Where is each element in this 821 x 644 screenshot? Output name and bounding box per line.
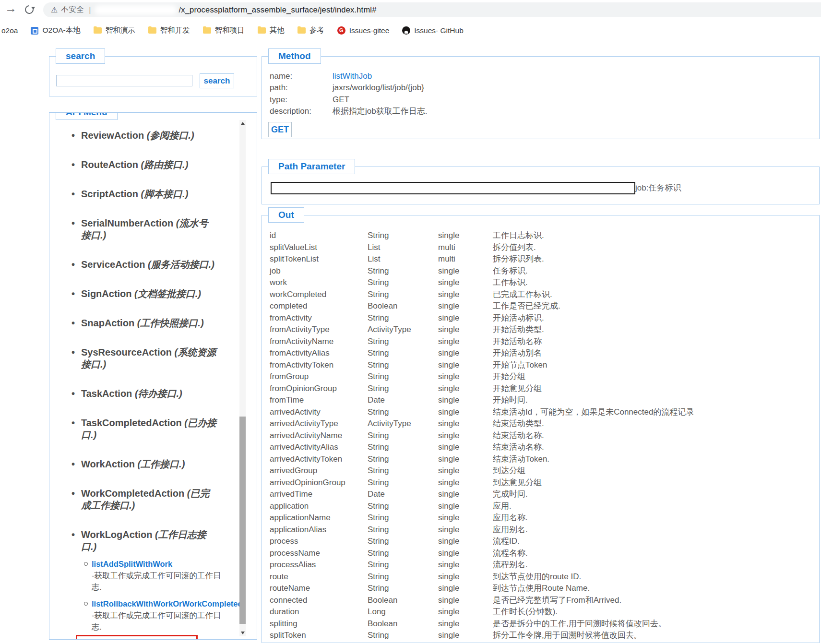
api-menu-item-name[interactable]: WorkLogAction — [81, 529, 153, 540]
field-cardinality: single — [438, 289, 493, 301]
field-description: 流程名称. — [493, 548, 812, 560]
field-description: 结束活动类型. — [493, 418, 812, 430]
reload-icon[interactable] — [23, 3, 35, 15]
api-menu-item-name[interactable]: SysResourceAction — [81, 347, 172, 358]
api-menu-item-name[interactable]: WorkCompletedAction — [81, 488, 184, 499]
api-method-link-listWithJob[interactable]: listWithJob — [92, 639, 134, 640]
field-cardinality: single — [438, 394, 493, 406]
field-name: fromTime — [270, 394, 368, 406]
bookmark-item[interactable]: o2oa — [1, 26, 18, 35]
field-name: process — [270, 536, 368, 548]
field-description: 结束活动Token. — [493, 453, 812, 465]
url-bar[interactable]: ⚠ 不安全 | /x_processplatform_assemble_surf… — [43, 2, 821, 17]
out-row-duration: durationLongsingle工作时长(分钟数). — [270, 606, 812, 618]
api-menu-item-name[interactable]: WorkAction — [81, 459, 135, 469]
api-menu-item-ReviewAction[interactable]: ReviewAction (参阅接口.) — [71, 130, 216, 142]
field-type: String — [368, 571, 438, 583]
api-method-desc: -获取工作或完成工作可回滚的工作日志. — [92, 570, 231, 593]
bookmark-item[interactable]: 其他 — [258, 25, 285, 36]
api-menu-item-name[interactable]: ScriptAction — [81, 189, 138, 199]
menu-scrollbar[interactable] — [239, 120, 246, 636]
out-row-arrivedActivityAlias: arrivedActivityAliasStringsingle结束活动名称. — [270, 441, 812, 453]
method-field-label: name: — [270, 71, 333, 82]
field-cardinality: multi — [438, 242, 493, 254]
api-menu-item-ServiceAction[interactable]: ServiceAction (服务活动接口.) — [71, 259, 216, 271]
scrollbar-up-icon[interactable] — [239, 120, 246, 127]
method-fields: name:listWithJobpath:jaxrs/worklog/list/… — [270, 71, 427, 118]
bookmark-item[interactable]: 智和演示 — [94, 25, 135, 36]
out-row-fromActivity: fromActivityStringsingle开始活动标识. — [270, 312, 812, 324]
field-type: String — [368, 559, 438, 571]
out-row-fromTime: fromTimeDatesingle开始时间. — [270, 394, 812, 406]
api-method-desc: -获取工作或完成工作可回滚的工作日志. — [92, 609, 231, 632]
field-name: workCompleted — [270, 289, 368, 301]
out-row-id: idStringsingle工作日志标识. — [270, 230, 812, 242]
method-field-row: type:GET — [270, 94, 427, 106]
api-menu-item-name[interactable]: ReviewAction — [81, 130, 144, 141]
api-menu-item-WorkCompletedAction[interactable]: WorkCompletedAction (已完成工作接口.) — [71, 488, 216, 512]
out-row-applicationName: applicationNameStringsingle应用名称. — [270, 512, 812, 524]
field-cardinality: single — [438, 371, 493, 383]
out-row-splitToken: splitTokenStringsingle拆分工作令牌,用于回溯时候将值改回去… — [270, 630, 812, 642]
api-menu-item-SerialNumberAction[interactable]: SerialNumberAction (流水号接口.) — [71, 217, 216, 241]
field-name: splitTokenList — [270, 253, 368, 265]
method-field-value: 根据指定job获取工作日志. — [333, 106, 427, 117]
api-menu-item-desc: (工作接口.) — [135, 459, 185, 469]
forward-icon[interactable]: → — [5, 1, 17, 15]
out-row-fromActivityAlias: fromActivityAliasStringsingle开始活动别名 — [270, 347, 812, 359]
api-menu-item-name[interactable]: SignAction — [81, 288, 132, 299]
field-name: processName — [270, 548, 368, 560]
method-field-value[interactable]: listWithJob — [333, 71, 372, 82]
field-description: 结束活动Id，可能为空，如果是未Connected的流程记录 — [493, 406, 812, 418]
bookmark-item[interactable]: 智和项目 — [203, 25, 245, 36]
field-type: String — [368, 383, 438, 395]
out-row-arrivedActivity: arrivedActivityStringsingle结束活动Id，可能为空，如… — [270, 406, 812, 418]
get-request-button[interactable]: GET — [268, 122, 292, 137]
api-menu-item-SysResourceAction[interactable]: SysResourceAction (系统资源接口.) — [71, 346, 216, 370]
api-menu-panel: API Menu ReviewAction (参阅接口.)RouteAction… — [49, 112, 257, 640]
not-secure-warning-icon[interactable]: ⚠ — [51, 6, 58, 14]
api-menu-item-SignAction[interactable]: SignAction (文档签批接口.) — [71, 288, 216, 300]
bookmark-item[interactable]: 参考 — [297, 25, 324, 36]
api-menu-item-ScriptAction[interactable]: ScriptAction (脚本接口.) — [71, 188, 216, 200]
field-cardinality: single — [438, 524, 493, 536]
api-menu-list: ReviewAction (参阅接口.)RouteAction (路由接口.)S… — [71, 130, 216, 640]
api-menu-item-TaskAction[interactable]: TaskAction (待办接口.) — [71, 388, 216, 400]
bookmark-item[interactable]: 智和开发 — [148, 25, 190, 36]
api-menu-item-name[interactable]: ServiceAction — [81, 259, 145, 270]
api-method-link-listRollbackWithWorkOrWorkCompleted[interactable]: listRollbackWithWorkOrWorkCompleted — [92, 599, 243, 608]
bookmark-item[interactable]: Issues- GitHub — [402, 26, 464, 35]
out-row-arrivedGroup: arrivedGroupStringsingle到达分组 — [270, 465, 812, 477]
field-cardinality: single — [438, 441, 493, 453]
api-menu-item-name[interactable]: SerialNumberAction — [81, 218, 173, 228]
api-menu-item-name[interactable]: TaskCompletedAction — [81, 417, 182, 428]
field-name: arrivedActivityName — [270, 430, 368, 442]
bookmark-item[interactable]: Issues-gitee — [337, 26, 390, 35]
field-type: Boolean — [368, 618, 438, 630]
api-menu-item-name[interactable]: RouteAction — [81, 159, 138, 170]
field-type: String — [368, 312, 438, 324]
scrollbar-down-icon[interactable] — [239, 629, 246, 636]
bookmark-item[interactable]: O2OA-本地 — [31, 25, 80, 36]
api-menu-item-SnapAction[interactable]: SnapAction (工作快照接口.) — [71, 317, 216, 329]
field-type: String — [368, 536, 438, 548]
search-input[interactable] — [56, 75, 192, 86]
api-method-link-listAddSplitWithWork[interactable]: listAddSplitWithWork — [92, 560, 172, 568]
api-menu-item-TaskCompletedAction[interactable]: TaskCompletedAction (已办接口.) — [71, 417, 216, 441]
api-method-sublist: listAddSplitWithWork-获取工作或完成工作可回滚的工作日志.l… — [83, 558, 231, 640]
gitee-icon — [337, 26, 345, 35]
api-menu-item-desc: (路由接口.) — [138, 159, 188, 170]
scrollbar-thumb[interactable] — [239, 417, 246, 624]
api-menu-item-name[interactable]: SnapAction — [81, 318, 134, 328]
search-button[interactable]: search — [200, 73, 234, 88]
api-menu-item-name[interactable]: TaskAction — [81, 388, 132, 399]
field-description: 开始活动名称 — [493, 336, 812, 348]
field-cardinality: single — [438, 571, 493, 583]
field-description: 开始活动标识. — [493, 312, 812, 324]
api-menu-item-RouteAction[interactable]: RouteAction (路由接口.) — [71, 159, 216, 171]
job-parameter-input[interactable] — [271, 182, 635, 194]
api-menu-item-WorkLogAction[interactable]: WorkLogAction (工作日志接口.)listAddSplitWithW… — [71, 529, 216, 640]
api-menu-item-WorkAction[interactable]: WorkAction (工作接口.) — [71, 458, 216, 470]
field-type: String — [368, 512, 438, 524]
out-row-route: routeStringsingle到达节点使用的route ID. — [270, 571, 812, 583]
